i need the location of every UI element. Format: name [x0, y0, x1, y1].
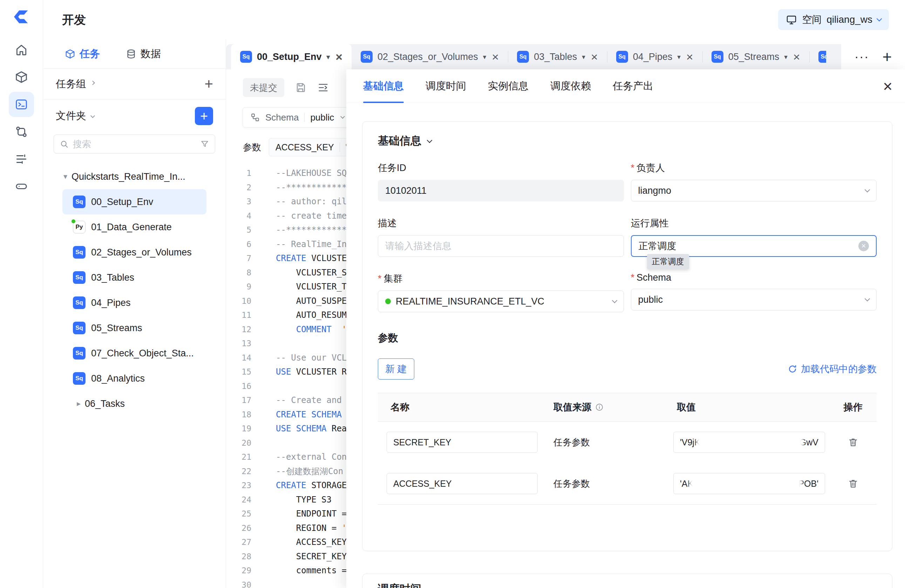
close-tab-icon[interactable]: × — [591, 51, 598, 63]
line-number: 20 — [226, 438, 251, 447]
description-placeholder: 请输入描述信息 — [385, 240, 451, 252]
delete-param-icon[interactable] — [848, 437, 859, 448]
run-attribute-input[interactable]: 正常调度 × 正常调度 — [631, 235, 877, 257]
cluster-select[interactable]: REALTIME_INSURANCE_ETL_VC — [378, 290, 624, 312]
caret-down-icon[interactable]: ▾ — [784, 53, 788, 61]
detail-panel: 基础信息调度时间实例信息调度依赖任务产出× 基础信息 任务ID 10102011 — [346, 70, 905, 588]
format-icon[interactable] — [317, 82, 329, 94]
panel-tab[interactable]: 任务产出 — [613, 70, 653, 103]
editor-tab[interactable]: Sq00_Setup_Env▾× — [231, 44, 352, 70]
field-run-attribute: 运行属性 正常调度 × 正常调度 — [631, 217, 877, 257]
tree-file-item[interactable]: Sq04_Pipes — [62, 290, 206, 315]
line-number: 10 — [226, 296, 251, 306]
page-title: 开发 — [62, 12, 86, 28]
sql-file-icon: Sq — [73, 246, 86, 258]
editor-tab[interactable]: Sq05_Streams▾× — [702, 44, 809, 70]
more-tabs-button[interactable]: ··· — [854, 51, 869, 63]
list-icon[interactable] — [9, 146, 34, 172]
schema-value: public — [310, 112, 334, 123]
owner-select[interactable]: liangmo — [631, 180, 877, 201]
panel-tab[interactable]: 调度时间 — [426, 70, 466, 103]
editor-tab[interactable]: Sq02_Stages_or_Volumes▾× — [352, 44, 508, 70]
tree-file-item[interactable]: Sq03_Tables — [62, 265, 206, 290]
editor-tab[interactable]: Sq04_Pipes▾× — [607, 44, 702, 70]
schema-value: public — [638, 294, 663, 305]
workspace-switcher[interactable]: 空间 qiliang_ws — [778, 9, 889, 30]
basic-info-section-header[interactable]: 基础信息 — [378, 133, 876, 148]
new-tab-button[interactable]: + — [882, 49, 892, 65]
tree-file-item[interactable]: Sq00_Setup_Env — [62, 189, 206, 214]
close-tab-icon[interactable]: × — [793, 51, 800, 63]
line-number: 23 — [226, 481, 251, 490]
capsule-icon[interactable] — [9, 174, 34, 199]
caret-down-icon[interactable]: ▾ — [327, 53, 330, 61]
tree-file-item[interactable]: Sq02_Stages_or_Volumes — [62, 240, 206, 265]
close-tab-icon[interactable]: × — [686, 51, 693, 63]
table-header-cell: 取值来源 — [545, 401, 669, 414]
caret-down-icon[interactable]: ▾ — [483, 53, 486, 61]
param-value-input[interactable]: 'V9jKGwV — [673, 432, 825, 453]
task-group-row[interactable]: 任务组 + — [43, 69, 226, 100]
new-file-button[interactable]: + — [195, 107, 213, 125]
tree-root-item[interactable]: ▾Quickstarts_RealTime_In... — [43, 164, 226, 189]
caret-down-icon[interactable]: ▾ — [677, 53, 681, 61]
basic-info-form: 任务ID 10102011 *负责人 liangmo 描述 — [378, 162, 876, 312]
home-icon[interactable] — [9, 37, 34, 62]
param-chip-key: ACCESS_KEY — [276, 142, 334, 152]
clear-input-icon[interactable]: × — [858, 241, 869, 251]
sidebar-tab-data[interactable]: 数据 — [126, 47, 161, 61]
delete-param-icon[interactable] — [848, 478, 859, 489]
search-input[interactable] — [73, 139, 196, 150]
close-tab-icon[interactable]: × — [335, 51, 343, 63]
tree-file-item[interactable]: Py01_Data_Generate — [62, 214, 206, 240]
line-number: 2 — [226, 183, 251, 192]
chevron-down-icon — [90, 114, 95, 118]
caret-down-icon[interactable]: ▾ — [582, 53, 585, 61]
param-name-input[interactable]: ACCESS_KEY — [387, 473, 538, 494]
close-tab-icon[interactable]: × — [492, 51, 499, 63]
close-panel-icon[interactable]: × — [883, 70, 892, 103]
tree-file-item[interactable]: Sq05_Streams — [62, 315, 206, 341]
terminal-icon[interactable] — [9, 92, 34, 117]
commit-status-badge: 未提交 — [243, 78, 284, 97]
panel-tab[interactable]: 实例信息 — [488, 70, 529, 103]
schedule-section-header[interactable]: 调度时间 — [378, 582, 876, 588]
folder-row[interactable]: 文件夹 + — [43, 100, 226, 132]
line-number: 9 — [226, 282, 251, 291]
workspace-monitor-icon — [786, 14, 797, 25]
pipeline-icon[interactable] — [9, 119, 34, 144]
description-input[interactable]: 请输入描述信息 — [378, 235, 624, 257]
param-name-input[interactable]: SECRET_KEY — [387, 432, 538, 453]
add-task-group-button[interactable]: + — [204, 77, 213, 92]
line-number: 11 — [226, 311, 251, 320]
sql-file-icon: Sq — [711, 51, 724, 63]
info-icon[interactable] — [595, 403, 604, 412]
param-value-input[interactable]: 'AKPOB' — [673, 473, 825, 494]
load-params-link[interactable]: 加载代码中的参数 — [788, 363, 876, 375]
field-label: 任务ID — [378, 162, 406, 174]
tree-file-item[interactable]: Sq07_Check_Object_Sta... — [62, 341, 206, 366]
workspace-name: qiliang_ws — [827, 14, 872, 25]
line-number: 3 — [226, 197, 251, 206]
tree-folder-item[interactable]: ▸06_Tasks — [43, 391, 226, 416]
save-icon[interactable] — [295, 82, 307, 94]
new-param-button[interactable]: 新 建 — [378, 358, 414, 379]
caret-down-icon: ▾ — [64, 172, 67, 181]
editor-tab[interactable]: Sq03_Tables▾× — [508, 44, 607, 70]
sql-file-icon: Sq — [73, 296, 86, 309]
sidebar-tab-tasks[interactable]: 任务 — [65, 47, 100, 61]
sidebar-tabs: 任务数据 — [43, 39, 226, 69]
redacted-blur — [692, 477, 799, 490]
panel-tab[interactable]: 基础信息 — [363, 70, 404, 103]
field-task-id: 任务ID 10102011 — [378, 162, 624, 201]
cube-icon[interactable] — [9, 65, 34, 90]
search-icon — [60, 139, 69, 149]
line-number: 25 — [226, 509, 251, 518]
tree-item-label: 02_Stages_or_Volumes — [91, 247, 192, 258]
schema-select[interactable]: public — [631, 289, 877, 311]
panel-tab[interactable]: 调度依赖 — [550, 70, 591, 103]
editor-tab[interactable]: Sq — [809, 44, 826, 70]
task-id-input[interactable]: 10102011 — [378, 180, 624, 201]
tree-file-item[interactable]: Sq08_Analytics — [62, 366, 206, 391]
filter-icon[interactable] — [200, 139, 209, 149]
